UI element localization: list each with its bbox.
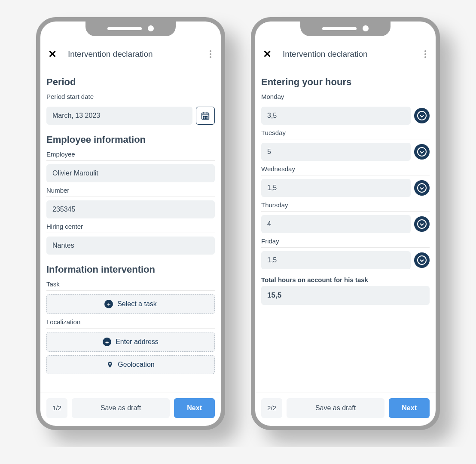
svg-point-8 — [205, 118, 206, 119]
more-icon[interactable] — [208, 49, 213, 60]
phone-mockup-2: ✕ Intervention declaration Entering your… — [251, 17, 440, 430]
svg-point-5 — [205, 116, 206, 117]
form-content: Entering your hours Monday Tuesday — [255, 66, 436, 393]
phone-notch — [300, 21, 391, 36]
save-draft-button[interactable]: Save as draft — [287, 398, 384, 418]
speaker — [322, 27, 357, 30]
next-button[interactable]: Next — [389, 398, 430, 418]
app-header: ✕ Intervention declaration — [255, 42, 436, 66]
svg-point-4 — [203, 116, 204, 117]
geolocation-button[interactable]: Geolocation — [46, 355, 215, 374]
save-draft-button[interactable]: Save as draft — [72, 398, 170, 418]
svg-point-13 — [418, 220, 426, 228]
number-input[interactable] — [46, 200, 215, 218]
close-icon[interactable]: ✕ — [48, 49, 57, 59]
task-label: Task — [46, 280, 215, 288]
chevron-down-icon — [417, 147, 427, 157]
svg-point-10 — [418, 111, 426, 120]
footer-bar: 2/2 Save as draft Next — [255, 393, 436, 426]
phone-mockup-1: ✕ Intervention declaration Period Period… — [36, 17, 225, 430]
employee-label: Employee — [46, 151, 215, 158]
svg-point-11 — [418, 147, 426, 156]
camera — [363, 25, 369, 31]
svg-point-9 — [207, 118, 207, 119]
svg-point-7 — [203, 118, 204, 119]
calendar-button[interactable] — [196, 107, 215, 125]
hiring-center-label: Hiring center — [46, 223, 215, 230]
period-start-date-input[interactable] — [46, 107, 192, 125]
geolocation-label: Geolocation — [118, 361, 154, 369]
time-picker-button[interactable] — [414, 252, 430, 268]
time-picker-button[interactable] — [414, 180, 430, 196]
day-label: Tuesday — [261, 129, 430, 136]
page-title: Intervention declaration — [278, 49, 416, 59]
section-employee-heading: Employee information — [46, 134, 215, 145]
hours-input-thursday[interactable] — [261, 215, 411, 233]
hours-input-tuesday[interactable] — [261, 143, 411, 161]
day-label: Thursday — [261, 201, 430, 209]
page-title: Intervention declaration — [64, 49, 201, 59]
section-hours-heading: Entering your hours — [261, 77, 430, 88]
time-picker-button[interactable] — [414, 108, 430, 123]
svg-point-12 — [418, 184, 426, 192]
localization-label: Localization — [46, 318, 215, 326]
day-label: Friday — [261, 237, 430, 245]
number-label: Number — [46, 187, 215, 194]
day-label: Wednesday — [261, 165, 430, 172]
select-task-button[interactable]: + Select a task — [46, 294, 215, 314]
hiring-center-input[interactable] — [46, 237, 215, 255]
total-hours-label: Total hours on account for his task — [261, 276, 430, 283]
time-picker-button[interactable] — [414, 144, 430, 160]
section-period-heading: Period — [46, 77, 215, 88]
section-intervention-heading: Information intervention — [46, 264, 215, 275]
footer-bar: 1/2 Save as draft Next — [40, 393, 221, 426]
period-start-date-label: Period start date — [46, 93, 215, 100]
enter-address-button[interactable]: + Enter address — [46, 332, 215, 352]
hours-input-wednesday[interactable] — [261, 179, 411, 197]
speaker — [107, 27, 142, 30]
hours-input-friday[interactable] — [261, 251, 411, 269]
close-icon[interactable]: ✕ — [263, 49, 272, 59]
calendar-icon — [201, 111, 210, 120]
svg-point-14 — [418, 256, 426, 264]
day-label: Monday — [261, 93, 430, 100]
next-button[interactable]: Next — [174, 398, 215, 418]
chevron-down-icon — [417, 219, 427, 229]
app-header: ✕ Intervention declaration — [40, 42, 221, 66]
chevron-down-icon — [417, 255, 427, 265]
select-task-label: Select a task — [117, 300, 157, 308]
phone-notch — [85, 21, 176, 36]
chevron-down-icon — [417, 111, 427, 121]
location-pin-icon — [107, 361, 113, 369]
plus-icon: + — [104, 300, 113, 308]
plus-icon: + — [103, 338, 111, 346]
more-icon[interactable] — [423, 49, 428, 60]
total-hours-value: 15,5 — [261, 286, 430, 305]
camera — [148, 25, 154, 31]
employee-input[interactable] — [46, 164, 215, 182]
enter-address-label: Enter address — [116, 338, 159, 346]
pager-indicator: 2/2 — [261, 398, 282, 418]
form-content: Period Period start date Em — [40, 66, 221, 393]
pager-indicator: 1/2 — [46, 398, 67, 418]
time-picker-button[interactable] — [414, 216, 430, 232]
svg-point-6 — [207, 116, 207, 117]
chevron-down-icon — [417, 183, 427, 193]
hours-input-monday[interactable] — [261, 107, 411, 125]
